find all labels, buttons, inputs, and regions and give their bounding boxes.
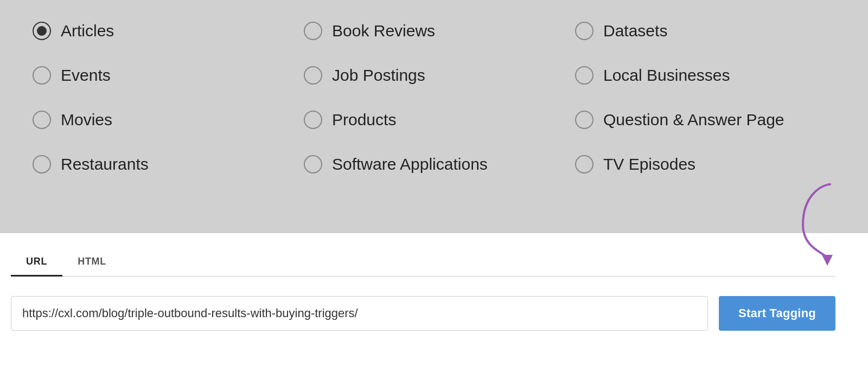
radio-item-local-businesses[interactable]: Local Businesses	[575, 66, 835, 85]
radio-item-job-postings[interactable]: Job Postings	[304, 66, 564, 85]
radio-button-software-applications[interactable]	[304, 155, 322, 173]
radio-item-tv-episodes[interactable]: TV Episodes	[575, 155, 835, 173]
url-input[interactable]	[11, 296, 708, 331]
radio-label-events: Events	[61, 66, 111, 85]
radio-label-products: Products	[332, 111, 396, 129]
radio-label-question-answer: Question & Answer Page	[603, 111, 784, 129]
radio-button-question-answer[interactable]	[575, 111, 593, 129]
radio-section: Articles Book Reviews Datasets Events Jo…	[0, 0, 868, 233]
radio-item-movies[interactable]: Movies	[33, 111, 293, 129]
radio-item-book-reviews[interactable]: Book Reviews	[304, 22, 564, 40]
radio-item-products[interactable]: Products	[304, 111, 564, 129]
radio-button-restaurants[interactable]	[33, 155, 51, 173]
radio-item-question-answer[interactable]: Question & Answer Page	[575, 111, 835, 129]
radio-label-datasets: Datasets	[603, 22, 667, 40]
radio-button-book-reviews[interactable]	[304, 22, 322, 40]
radio-button-datasets[interactable]	[575, 22, 593, 40]
radio-item-events[interactable]: Events	[33, 66, 293, 85]
radio-label-job-postings: Job Postings	[332, 66, 425, 85]
radio-label-tv-episodes: TV Episodes	[603, 155, 695, 173]
radio-button-products[interactable]	[304, 111, 322, 129]
radio-label-local-businesses: Local Businesses	[603, 66, 730, 85]
radio-item-software-applications[interactable]: Software Applications	[304, 155, 564, 173]
tab-url[interactable]: URL	[11, 249, 62, 277]
radio-label-articles: Articles	[61, 22, 114, 40]
radio-button-movies[interactable]	[33, 111, 51, 129]
radio-button-job-postings[interactable]	[304, 66, 322, 85]
tabs-bar: URL HTML	[11, 249, 835, 277]
url-row: Start Tagging	[11, 296, 835, 331]
radio-label-movies: Movies	[61, 111, 112, 129]
radio-item-datasets[interactable]: Datasets	[575, 22, 835, 40]
radio-item-articles[interactable]: Articles	[33, 22, 293, 40]
radio-button-local-businesses[interactable]	[575, 66, 593, 85]
radio-item-restaurants[interactable]: Restaurants	[33, 155, 293, 173]
radio-label-restaurants: Restaurants	[61, 155, 149, 173]
tab-html[interactable]: HTML	[62, 249, 122, 277]
radio-grid: Articles Book Reviews Datasets Events Jo…	[33, 22, 835, 173]
bottom-section: URL HTML Start Tagging	[0, 233, 868, 392]
start-tagging-button[interactable]: Start Tagging	[719, 296, 835, 331]
radio-button-events[interactable]	[33, 66, 51, 85]
radio-label-software-applications: Software Applications	[332, 155, 488, 173]
radio-label-book-reviews: Book Reviews	[332, 22, 435, 40]
radio-button-articles[interactable]	[33, 22, 51, 40]
radio-button-tv-episodes[interactable]	[575, 155, 593, 173]
